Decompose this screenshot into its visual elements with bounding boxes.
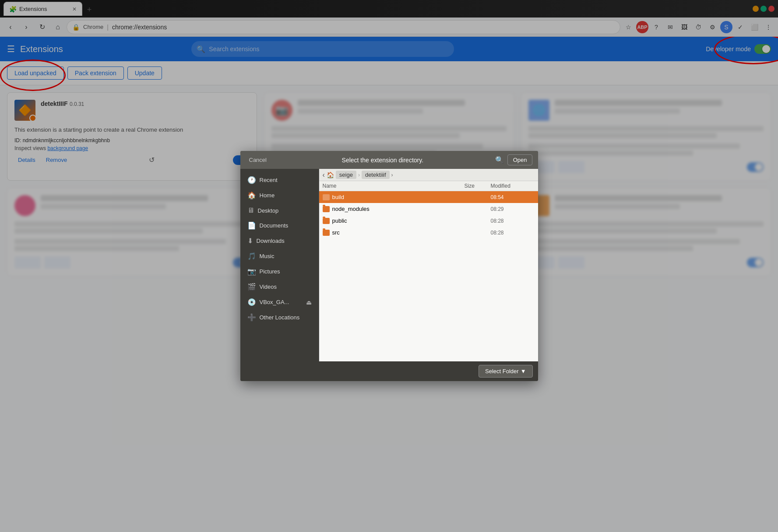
file-label-src: src (332, 229, 340, 236)
sidebar-item-home[interactable]: 🏠 Home (240, 188, 319, 203)
file-row-node-modules[interactable]: node_modules 08:29 (319, 203, 538, 215)
col-modified[interactable]: Modified (491, 183, 535, 189)
select-folder-label: Select Folder (485, 368, 519, 374)
dialog-breadcrumb: ‹ 🏠 seige › detektiiif › (319, 169, 538, 181)
pictures-icon: 📷 (247, 267, 256, 276)
other-locations-icon: ➕ (247, 313, 256, 322)
file-name-build: build (323, 194, 465, 200)
dialog-header-actions: 🔍 Open (495, 154, 533, 165)
file-name-node-modules: node_modules (323, 206, 465, 212)
dialog-header: Cancel Select the extension directory. 🔍… (240, 151, 538, 169)
breadcrumb-detektiiif[interactable]: detektiiif (362, 171, 390, 179)
eject-icon[interactable]: ⏏ (306, 299, 312, 306)
sidebar-label-pictures: Pictures (260, 268, 280, 275)
file-row-public[interactable]: public 08:28 (319, 215, 538, 227)
dropdown-arrow-icon: ▼ (521, 368, 526, 374)
file-dialog-overlay: Cancel Select the extension directory. 🔍… (0, 0, 778, 532)
dialog-body: 🕐 Recent 🏠 Home 🖥 Desktop 📄 Documents (240, 169, 538, 361)
open-btn[interactable]: Open (507, 154, 533, 165)
sidebar-label-recent: Recent (260, 177, 278, 183)
sidebar-label-music: Music (260, 253, 275, 259)
file-time-src: 08:28 (491, 230, 535, 236)
file-row-build[interactable]: build 08:54 (319, 191, 538, 203)
file-label-public: public (332, 217, 347, 224)
documents-icon: 📄 (247, 221, 256, 230)
folder-icon-node-modules (323, 206, 330, 212)
sidebar-label-videos: Videos (260, 284, 277, 290)
file-row-src[interactable]: src 08:28 (319, 227, 538, 238)
home-icon: 🏠 (247, 191, 256, 200)
breadcrumb-separator: › (358, 172, 360, 178)
sidebar-label-desktop: Desktop (258, 207, 279, 214)
file-name-public: public (323, 217, 465, 224)
folder-icon-build (323, 194, 330, 200)
select-folder-btn[interactable]: Select Folder ▼ (479, 365, 532, 378)
dialog-title: Select the extension directory. (342, 157, 424, 164)
file-dialog: Cancel Select the extension directory. 🔍… (240, 151, 538, 381)
home-breadcrumb-icon: 🏠 (327, 172, 334, 178)
sidebar-item-documents[interactable]: 📄 Documents (240, 218, 319, 233)
browser-frame: 🧩 Extensions ✕ + ‹ › ↻ ⌂ 🔒 Chrome | chro… (0, 0, 778, 532)
sidebar-item-music[interactable]: 🎵 Music (240, 248, 319, 264)
vbox-icon: 💿 (247, 298, 256, 306)
dialog-footer: Select Folder ▼ (240, 361, 538, 381)
sidebar-item-downloads[interactable]: ⬇ Downloads (240, 233, 319, 248)
file-label-build: build (332, 194, 344, 200)
music-icon: 🎵 (247, 252, 256, 260)
file-list: build 08:54 node_modules 08:29 (319, 191, 538, 361)
sidebar-item-vbox[interactable]: 💿 VBox_GA... ⏏ (240, 294, 319, 310)
sidebar-label-documents: Documents (260, 222, 289, 229)
sidebar-item-pictures[interactable]: 📷 Pictures (240, 264, 319, 279)
file-time-node-modules: 08:29 (491, 206, 535, 212)
file-label-node-modules: node_modules (332, 206, 370, 212)
downloads-icon: ⬇ (247, 237, 253, 245)
desktop-icon: 🖥 (247, 206, 254, 214)
sidebar-label-other-locations: Other Locations (260, 314, 300, 321)
dialog-search-icon[interactable]: 🔍 (495, 156, 504, 164)
sidebar-item-videos[interactable]: 🎬 Videos (240, 279, 319, 294)
col-name[interactable]: Name (323, 183, 465, 189)
folder-icon-src (323, 230, 330, 236)
breadcrumb-home: 🏠 (327, 172, 334, 178)
sidebar-item-other-locations[interactable]: ➕ Other Locations (240, 310, 319, 325)
cancel-btn[interactable]: Cancel (246, 155, 270, 165)
file-time-public: 08:28 (491, 218, 535, 224)
breadcrumb-expand-btn[interactable]: › (391, 172, 393, 178)
sidebar-item-recent[interactable]: 🕐 Recent (240, 172, 319, 188)
file-time-build: 08:54 (491, 194, 535, 200)
col-size[interactable]: Size (465, 183, 491, 189)
recent-icon: 🕐 (247, 176, 256, 184)
sidebar-item-desktop[interactable]: 🖥 Desktop (240, 203, 319, 218)
breadcrumb-seige[interactable]: seige (336, 171, 356, 179)
file-name-src: src (323, 229, 465, 236)
file-list-header: Name Size Modified (319, 181, 538, 191)
dialog-sidebar: 🕐 Recent 🏠 Home 🖥 Desktop 📄 Documents (240, 169, 319, 361)
dialog-main: ‹ 🏠 seige › detektiiif › Name Size Modif… (319, 169, 538, 361)
breadcrumb-back-btn[interactable]: ‹ (323, 171, 325, 179)
sidebar-label-vbox: VBox_GA... (260, 299, 289, 305)
sidebar-label-home: Home (260, 192, 275, 199)
sidebar-label-downloads: Downloads (257, 238, 285, 244)
videos-icon: 🎬 (247, 283, 256, 291)
folder-icon-public (323, 218, 330, 224)
